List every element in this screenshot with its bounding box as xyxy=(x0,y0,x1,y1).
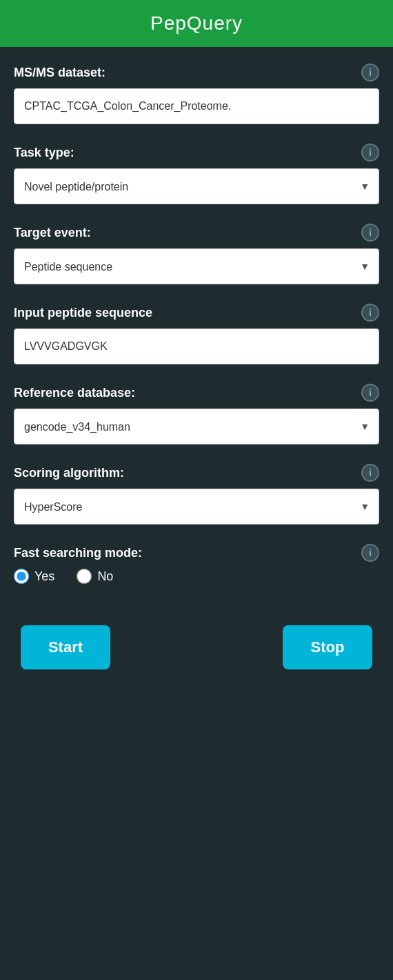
stop-button[interactable]: Stop xyxy=(283,625,372,669)
scoring-algorithm-select[interactable]: HyperScore xyxy=(14,489,379,525)
reference-database-select-wrapper: gencode_v34_human ▼ xyxy=(14,409,379,444)
ms-dataset-group: MS/MS dataset: i xyxy=(14,63,379,124)
reference-database-label-row: Reference database: i xyxy=(14,384,379,402)
task-type-select-wrapper: Novel peptide/protein ▼ xyxy=(14,168,379,204)
task-type-select[interactable]: Novel peptide/protein xyxy=(14,168,379,204)
fast-searching-no-text: No xyxy=(97,569,113,584)
start-button[interactable]: Start xyxy=(21,625,110,669)
input-peptide-input[interactable] xyxy=(14,329,379,364)
target-event-group: Target event: i Peptide sequence ▼ xyxy=(14,224,379,284)
button-row: Start Stop xyxy=(14,625,379,669)
task-type-group: Task type: i Novel peptide/protein ▼ xyxy=(14,144,379,204)
app-header: PepQuery xyxy=(0,0,393,47)
task-type-label-row: Task type: i xyxy=(14,144,379,161)
fast-searching-label-row: Fast searching mode: i xyxy=(14,544,379,562)
reference-database-info-icon[interactable]: i xyxy=(361,384,379,402)
fast-searching-no-label[interactable]: No xyxy=(77,569,113,584)
scoring-algorithm-info-icon[interactable]: i xyxy=(361,464,379,482)
ms-dataset-label-row: MS/MS dataset: i xyxy=(14,63,379,81)
ms-dataset-info-icon[interactable]: i xyxy=(361,63,379,81)
ms-dataset-label: MS/MS dataset: xyxy=(14,66,105,80)
target-event-select[interactable]: Peptide sequence xyxy=(14,248,379,284)
fast-searching-radio-group: Yes No xyxy=(14,569,379,584)
fast-searching-yes-radio[interactable] xyxy=(14,569,29,584)
ms-dataset-input[interactable] xyxy=(14,88,379,124)
task-type-info-icon[interactable]: i xyxy=(361,144,379,161)
task-type-label: Task type: xyxy=(14,146,74,160)
fast-searching-no-radio[interactable] xyxy=(77,569,92,584)
scoring-algorithm-label-row: Scoring algorithm: i xyxy=(14,464,379,482)
fast-searching-yes-label[interactable]: Yes xyxy=(14,569,54,584)
main-content: MS/MS dataset: i Task type: i Novel pept… xyxy=(0,47,393,686)
fast-searching-yes-text: Yes xyxy=(34,569,54,584)
fast-searching-info-icon[interactable]: i xyxy=(361,544,379,562)
target-event-select-wrapper: Peptide sequence ▼ xyxy=(14,248,379,284)
input-peptide-label: Input peptide sequence xyxy=(14,306,152,320)
target-event-label: Target event: xyxy=(14,226,91,240)
target-event-label-row: Target event: i xyxy=(14,224,379,242)
input-peptide-info-icon[interactable]: i xyxy=(361,304,379,322)
app-title: PepQuery xyxy=(150,12,243,35)
scoring-algorithm-group: Scoring algorithm: i HyperScore ▼ xyxy=(14,464,379,525)
fast-searching-label: Fast searching mode: xyxy=(14,546,142,560)
scoring-algorithm-select-wrapper: HyperScore ▼ xyxy=(14,489,379,525)
input-peptide-label-row: Input peptide sequence i xyxy=(14,304,379,322)
input-peptide-group: Input peptide sequence i xyxy=(14,304,379,364)
fast-searching-group: Fast searching mode: i Yes No xyxy=(14,544,379,584)
reference-database-group: Reference database: i gencode_v34_human … xyxy=(14,384,379,444)
target-event-info-icon[interactable]: i xyxy=(361,224,379,242)
scoring-algorithm-label: Scoring algorithm: xyxy=(14,466,124,480)
reference-database-label: Reference database: xyxy=(14,386,135,400)
reference-database-select[interactable]: gencode_v34_human xyxy=(14,409,379,444)
